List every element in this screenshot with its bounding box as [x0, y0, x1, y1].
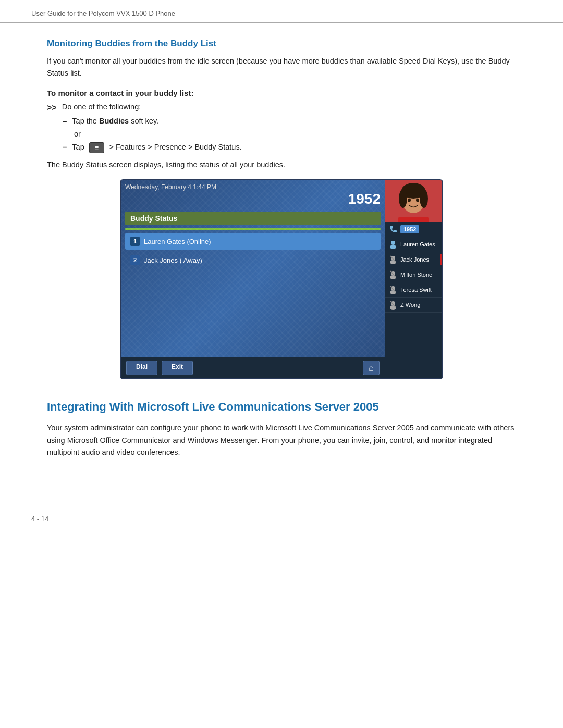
dash2-text: Tap ≡ > Features > Presence > Buddy Stat…	[72, 142, 241, 153]
screen-right: 1952 Lauren Gates	[385, 180, 442, 378]
arrow-label: Do one of the following:	[62, 103, 141, 111]
screen-bottom-bar: Dial Exit ⌂	[121, 357, 385, 378]
buddy-name-2: Jack Jones ( Away)	[144, 256, 202, 264]
buddy-number-2: 2	[130, 255, 140, 265]
buddy-number-1: 1	[130, 237, 140, 246]
buddy-item-1[interactable]: 1 Lauren Gates (Online)	[125, 233, 381, 250]
or-text: or	[74, 130, 516, 138]
buddy-item-2[interactable]: 2 Jack Jones ( Away)	[125, 252, 381, 268]
svg-rect-2	[398, 217, 429, 222]
dash-symbol-1: –	[63, 117, 67, 126]
sd-item-wong[interactable]: Z Wong	[385, 298, 442, 313]
avatar-photo	[385, 180, 442, 222]
header-text: User Guide for the Polycom VVX 1500 D Ph…	[31, 9, 175, 17]
intro-text: If you can't monitor all your buddies fr…	[47, 55, 516, 79]
chapter-body: Your system administrator can configure …	[47, 422, 516, 459]
dash-symbol-2: –	[63, 142, 67, 151]
sd-icon-phone	[388, 224, 398, 235]
buddy-status-label: Buddy Status	[130, 214, 177, 223]
sd-name-wong: Z Wong	[400, 302, 439, 308]
sd-item-milton[interactable]: Milton Stone	[385, 267, 442, 282]
chapter-title: Integrating With Microsoft Live Communic…	[47, 400, 516, 414]
sd-name-milton: Milton Stone	[400, 272, 439, 278]
buddy-status-header: Buddy Status	[125, 212, 381, 225]
screen-date: Wednesday, February 4 1:44 PM	[125, 183, 216, 191]
phone-screen-inner: Wednesday, February 4 1:44 PM 1952 Buddy…	[121, 180, 442, 378]
dash-item-2: – Tap ≡ > Features > Presence > Buddy St…	[63, 142, 516, 153]
sd-name-lauren: Lauren Gates	[400, 241, 439, 248]
sd-icon-teresa	[388, 285, 398, 295]
svg-point-6	[420, 189, 428, 208]
page-footer: 4 - 14	[0, 504, 563, 533]
sd-icon-jack	[388, 254, 398, 265]
sd-ext-badge: 1952	[400, 225, 419, 233]
exit-soft-key[interactable]: Exit	[162, 361, 193, 375]
screen-extension: 1952	[121, 191, 385, 207]
svg-point-8	[416, 199, 419, 202]
buddy-list: 1 Lauren Gates (Online) 2 Jack Jones ( A…	[121, 233, 385, 268]
phone-screen: Wednesday, February 4 1:44 PM 1952 Buddy…	[120, 179, 443, 379]
page-header: User Guide for the Polycom VVX 1500 D Ph…	[0, 0, 563, 23]
sd-icon-wong	[388, 300, 398, 310]
dial-soft-key[interactable]: Dial	[126, 361, 157, 375]
buddy-name-1: Lauren Gates (Online)	[144, 238, 211, 245]
sd-icon-milton	[388, 269, 398, 280]
arrow-item: >> Do one of the following:	[47, 103, 516, 113]
arrow-symbol: >>	[47, 103, 57, 113]
main-content: Monitoring Buddies from the Buddy List I…	[0, 23, 563, 484]
svg-point-7	[408, 199, 411, 202]
phone-screen-wrapper: Wednesday, February 4 1:44 PM 1952 Buddy…	[47, 179, 516, 379]
avatar-svg	[385, 180, 442, 222]
screen-caption: The Buddy Status screen displays, listin…	[47, 161, 516, 169]
page-number: 4 - 14	[31, 515, 48, 523]
svg-point-10	[390, 245, 396, 249]
sd-item-teresa[interactable]: Teresa Swift	[385, 282, 442, 298]
section-title: Monitoring Buddies from the Buddy List	[47, 39, 516, 49]
sd-name-teresa: Teresa Swift	[400, 287, 439, 293]
dash1-text: Tap the Buddies soft key.	[72, 117, 158, 125]
sd-item-jack[interactable]: Jack Jones	[385, 252, 442, 267]
svg-point-5	[399, 189, 407, 208]
jack-red-bar	[440, 254, 442, 265]
dash-item-1: – Tap the Buddies soft key.	[63, 117, 516, 126]
chapter-section: Integrating With Microsoft Live Communic…	[47, 395, 516, 459]
sd-item-1952[interactable]: 1952	[385, 222, 442, 237]
subsection-title: To monitor a contact in your buddy list:	[47, 89, 516, 97]
green-bar	[125, 228, 381, 230]
sd-name-jack: Jack Jones	[400, 256, 439, 263]
speed-dial-list: 1952 Lauren Gates	[385, 222, 442, 378]
screen-left: Wednesday, February 4 1:44 PM 1952 Buddy…	[121, 180, 385, 378]
home-button[interactable]: ⌂	[363, 361, 380, 375]
sd-icon-lauren	[388, 239, 398, 250]
menu-button[interactable]: ≡	[89, 142, 105, 153]
svg-point-9	[391, 241, 395, 245]
sd-item-lauren[interactable]: Lauren Gates	[385, 237, 442, 252]
